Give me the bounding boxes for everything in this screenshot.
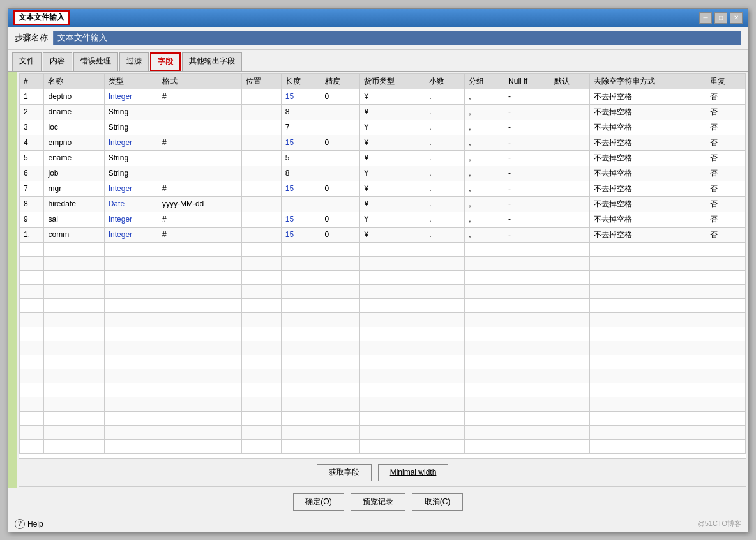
- col-num: #: [20, 73, 44, 89]
- title-controls: ─ □ ✕: [699, 12, 743, 24]
- table-row-empty: [20, 425, 746, 439]
- table-row: 1.commInteger#150¥.,-不去掉空格否: [20, 227, 746, 242]
- table-body: 1deptnoInteger#150¥.,-不去掉空格否2dnameString…: [20, 89, 746, 453]
- col-precision: 精度: [321, 73, 360, 89]
- footer-buttons: 确定(O) 预览记录 取消(C): [8, 488, 748, 516]
- table-row-empty: [20, 270, 746, 284]
- table-row: 8hiredateDateyyyy-MM-dd¥.,-不去掉空格否: [20, 196, 746, 212]
- col-position: 位置: [241, 73, 281, 89]
- help-icon: ?: [15, 519, 25, 529]
- help-button[interactable]: ? Help: [15, 519, 43, 529]
- fields-table: # 名称 类型 格式 位置 长度 精度 货币类型 小数 分组 Null if: [19, 73, 746, 454]
- step-name-input[interactable]: [53, 31, 741, 45]
- col-nullif: Null if: [504, 73, 550, 89]
- title-bar-left: 文本文件输入: [13, 10, 70, 25]
- col-name: 名称: [44, 73, 104, 89]
- content-area: # 名称 类型 格式 位置 长度 精度 货币类型 小数 分组 Null if: [19, 73, 746, 487]
- tab-file[interactable]: 文件: [12, 52, 42, 71]
- col-trim: 去除空字符串方式: [589, 73, 706, 89]
- minimize-button[interactable]: ─: [699, 12, 712, 24]
- table-row-empty: [20, 242, 746, 256]
- maximize-button[interactable]: □: [714, 12, 727, 24]
- tab-error[interactable]: 错误处理: [73, 52, 118, 71]
- table-row: 6jobString8¥.,-不去掉空格否: [20, 166, 746, 181]
- table-row-empty: [20, 327, 746, 341]
- bottom-buttons-row: 获取字段 Minimal width: [19, 458, 746, 486]
- title-text: 文本文件输入: [13, 10, 70, 25]
- table-row: 2dnameString8¥.,-不去掉空格否: [20, 104, 746, 120]
- table-row: 1deptnoInteger#150¥.,-不去掉空格否: [20, 89, 746, 104]
- table-container[interactable]: # 名称 类型 格式 位置 长度 精度 货币类型 小数 分组 Null if: [19, 73, 746, 458]
- tab-content[interactable]: 内容: [43, 52, 72, 71]
- table-row: 7mgrInteger#150¥.,-不去掉空格否: [20, 181, 746, 196]
- col-format: 格式: [158, 73, 241, 89]
- table-header-row: # 名称 类型 格式 位置 长度 精度 货币类型 小数 分组 Null if: [20, 73, 746, 89]
- table-row-empty: [20, 256, 746, 270]
- table-row-empty: [20, 341, 746, 355]
- table-row-empty: [20, 284, 746, 298]
- close-button[interactable]: ✕: [730, 12, 743, 24]
- table-row: 9salInteger#150¥.,-不去掉空格否: [20, 212, 746, 227]
- help-area: ? Help @51CTO博客: [8, 516, 748, 532]
- minimal-width-button[interactable]: Minimal width: [378, 464, 449, 481]
- main-content: # 名称 类型 格式 位置 长度 精度 货币类型 小数 分组 Null if: [17, 72, 748, 488]
- left-sidebar: [8, 72, 17, 488]
- tab-other[interactable]: 其他输出字段: [182, 52, 242, 71]
- table-row: 5enameString5¥.,-不去掉空格否: [20, 150, 746, 166]
- col-default: 默认: [550, 73, 589, 89]
- col-decimal: 小数: [425, 73, 465, 89]
- preview-button[interactable]: 预览记录: [351, 493, 405, 511]
- step-name-label: 步骤名称: [15, 32, 48, 43]
- table-row-empty: [20, 355, 746, 369]
- table-row: 3locString7¥.,-不去掉空格否: [20, 120, 746, 135]
- table-row-empty: [20, 369, 746, 383]
- table-row-empty: [20, 397, 746, 411]
- title-bar: 文本文件输入 ─ □ ✕: [8, 9, 748, 27]
- table-row: 4empnoInteger#150¥.,-不去掉空格否: [20, 135, 746, 150]
- tab-fields[interactable]: 字段: [150, 52, 181, 71]
- get-fields-button[interactable]: 获取字段: [317, 464, 372, 481]
- tabs-bar: 文件 内容 错误处理 过滤 字段 其他输出字段: [8, 50, 748, 72]
- col-length: 长度: [281, 73, 321, 89]
- help-label: Help: [27, 520, 43, 528]
- table-row-empty: [20, 439, 746, 453]
- col-type: 类型: [104, 73, 158, 89]
- col-currency: 货币类型: [360, 73, 425, 89]
- table-row-empty: [20, 383, 746, 397]
- table-row-empty: [20, 298, 746, 312]
- cancel-button[interactable]: 取消(C): [412, 493, 463, 511]
- step-name-row: 步骤名称: [8, 27, 748, 50]
- tab-filter[interactable]: 过滤: [119, 52, 149, 71]
- watermark-text: @51CTO博客: [698, 519, 741, 528]
- col-group: 分组: [465, 73, 504, 89]
- ok-button[interactable]: 确定(O): [293, 493, 344, 511]
- table-row-empty: [20, 411, 746, 425]
- window-body: # 名称 类型 格式 位置 长度 精度 货币类型 小数 分组 Null if: [8, 72, 748, 488]
- table-row-empty: [20, 312, 746, 327]
- col-repeat: 重复: [706, 73, 746, 89]
- main-window: 文本文件输入 ─ □ ✕ 步骤名称 文件 内容 错误处理 过滤 字段 其他输出字…: [8, 8, 748, 532]
